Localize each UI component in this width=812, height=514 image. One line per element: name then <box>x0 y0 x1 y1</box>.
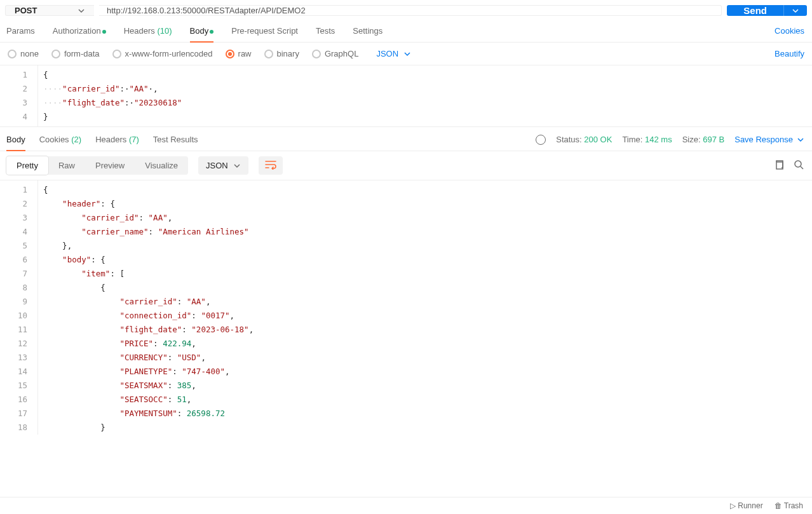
body-type-graphql[interactable]: GraphQL <box>312 49 358 58</box>
send-button[interactable]: Send <box>727 5 783 16</box>
view-raw-button[interactable]: Raw <box>48 156 85 175</box>
svg-point-1 <box>795 161 801 167</box>
tab-prerequest[interactable]: Pre-request Script <box>231 26 298 42</box>
chevron-down-icon <box>797 136 804 144</box>
tab-tests[interactable]: Tests <box>316 26 335 42</box>
search-icon[interactable] <box>794 159 804 172</box>
response-tab-cookies[interactable]: Cookies (2) <box>39 135 81 151</box>
tab-body[interactable]: Body <box>190 26 214 42</box>
tab-settings[interactable]: Settings <box>353 26 382 42</box>
body-type-none[interactable]: none <box>8 49 39 58</box>
url-input[interactable] <box>99 5 722 16</box>
save-response-button[interactable]: Save Response <box>734 135 804 144</box>
dot-indicator-icon <box>102 30 106 34</box>
response-format-select[interactable]: JSON <box>198 156 248 175</box>
tab-authorization[interactable]: Authorization <box>53 26 106 42</box>
tab-headers[interactable]: Headers (10) <box>124 26 172 42</box>
beautify-link[interactable]: Beautify <box>775 49 804 58</box>
response-tab-testresults[interactable]: Test Results <box>153 135 198 151</box>
response-tab-body[interactable]: Body <box>6 135 25 151</box>
wrap-icon <box>265 159 276 170</box>
editor-gutter: 1234 <box>0 65 38 126</box>
chevron-down-icon <box>78 7 85 15</box>
body-type-formdata[interactable]: form-data <box>51 49 100 58</box>
view-visualize-button[interactable]: Visualize <box>135 156 188 175</box>
response-body-editor[interactable]: 123456789101112131415161718 { "header": … <box>0 180 812 435</box>
body-type-binary[interactable]: binary <box>264 49 299 58</box>
response-gutter: 123456789101112131415161718 <box>0 180 38 435</box>
body-type-raw[interactable]: raw <box>226 49 252 58</box>
copy-icon[interactable] <box>774 159 785 172</box>
view-pretty-button[interactable]: Pretty <box>6 156 48 175</box>
http-method-label: POST <box>15 6 37 15</box>
time-label: Time: 142 ms <box>622 135 672 144</box>
size-label: Size: 697 B <box>682 135 725 144</box>
send-options-button[interactable] <box>783 5 807 16</box>
raw-language-select[interactable]: JSON <box>376 49 411 58</box>
http-method-select[interactable]: POST <box>5 5 94 16</box>
chevron-down-icon <box>792 7 799 15</box>
chevron-down-icon <box>403 50 411 58</box>
body-type-xwww[interactable]: x-www-form-urlencoded <box>112 49 213 58</box>
globe-icon[interactable] <box>536 135 546 145</box>
response-tab-headers[interactable]: Headers (7) <box>95 135 139 151</box>
status-label: Status: 200 OK <box>556 135 612 144</box>
request-body-editor[interactable]: 1234 { ····"carrier_id":·"AA"·, ····"fli… <box>0 65 812 127</box>
dot-indicator-icon <box>210 30 213 34</box>
tab-params[interactable]: Params <box>6 26 35 42</box>
wrap-lines-button[interactable] <box>259 156 283 175</box>
cookies-link[interactable]: Cookies <box>775 26 804 42</box>
chevron-down-icon <box>233 162 241 170</box>
view-preview-button[interactable]: Preview <box>85 156 135 175</box>
